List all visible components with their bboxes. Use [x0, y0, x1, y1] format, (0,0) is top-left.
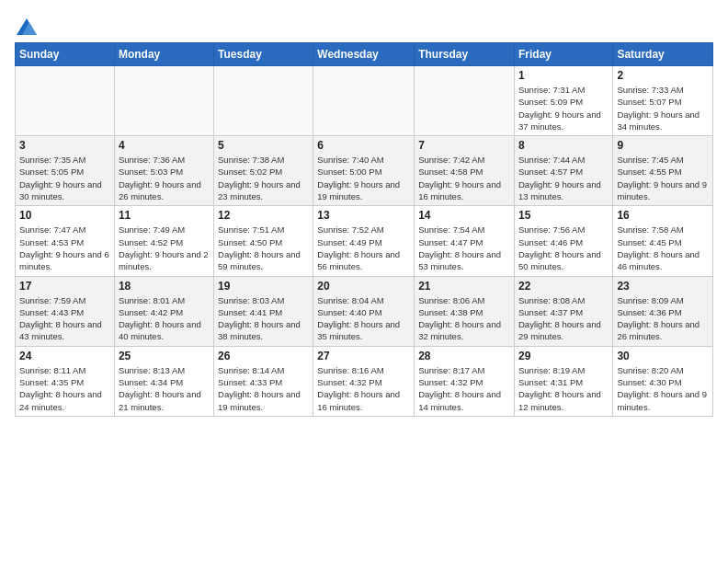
- day-number: 3: [19, 139, 110, 152]
- day-detail: Sunrise: 8:17 AM Sunset: 4:32 PM Dayligh…: [418, 364, 510, 413]
- header: [15, 15, 713, 35]
- calendar-cell: 6Sunrise: 7:40 AM Sunset: 5:00 PM Daylig…: [313, 136, 415, 206]
- day-number: 16: [617, 209, 709, 222]
- calendar-cell: 24Sunrise: 8:11 AM Sunset: 4:35 PM Dayli…: [16, 346, 115, 416]
- weekday-header-tuesday: Tuesday: [214, 43, 313, 66]
- calendar-cell: 27Sunrise: 8:16 AM Sunset: 4:32 PM Dayli…: [313, 346, 415, 416]
- calendar-cell: 20Sunrise: 8:04 AM Sunset: 4:40 PM Dayli…: [313, 276, 415, 346]
- day-detail: Sunrise: 8:09 AM Sunset: 4:36 PM Dayligh…: [617, 294, 709, 343]
- day-detail: Sunrise: 7:49 AM Sunset: 4:52 PM Dayligh…: [119, 224, 210, 272]
- day-number: 5: [218, 139, 309, 152]
- weekday-header-saturday: Saturday: [613, 43, 713, 66]
- day-detail: Sunrise: 7:35 AM Sunset: 5:05 PM Dayligh…: [19, 154, 110, 202]
- day-number: 25: [119, 350, 210, 362]
- calendar-cell: 8Sunrise: 7:44 AM Sunset: 4:57 PM Daylig…: [514, 136, 612, 206]
- day-detail: Sunrise: 8:11 AM Sunset: 4:35 PM Dayligh…: [19, 364, 110, 413]
- calendar-cell: [16, 66, 115, 136]
- day-number: 10: [19, 209, 110, 222]
- day-number: 29: [518, 350, 609, 362]
- day-detail: Sunrise: 7:38 AM Sunset: 5:02 PM Dayligh…: [218, 154, 309, 202]
- day-detail: Sunrise: 8:06 AM Sunset: 4:38 PM Dayligh…: [418, 294, 510, 343]
- day-number: 7: [418, 139, 510, 152]
- calendar-cell: [415, 66, 515, 136]
- day-detail: Sunrise: 8:01 AM Sunset: 4:42 PM Dayligh…: [119, 294, 210, 343]
- day-number: 4: [119, 139, 210, 152]
- day-number: 23: [617, 280, 709, 293]
- calendar-cell: 12Sunrise: 7:51 AM Sunset: 4:50 PM Dayli…: [214, 206, 313, 276]
- day-detail: Sunrise: 7:44 AM Sunset: 4:57 PM Dayligh…: [518, 154, 609, 202]
- day-detail: Sunrise: 7:42 AM Sunset: 4:58 PM Dayligh…: [418, 154, 510, 202]
- day-number: 8: [518, 139, 609, 152]
- day-detail: Sunrise: 7:45 AM Sunset: 4:55 PM Dayligh…: [617, 154, 709, 202]
- day-number: 17: [19, 280, 110, 293]
- weekday-header-thursday: Thursday: [415, 43, 515, 66]
- day-number: 27: [317, 350, 410, 362]
- day-detail: Sunrise: 7:36 AM Sunset: 5:03 PM Dayligh…: [119, 154, 210, 202]
- calendar-week-1: 1Sunrise: 7:31 AM Sunset: 5:09 PM Daylig…: [16, 66, 713, 136]
- calendar-cell: 5Sunrise: 7:38 AM Sunset: 5:02 PM Daylig…: [214, 136, 313, 206]
- day-detail: Sunrise: 7:58 AM Sunset: 4:45 PM Dayligh…: [617, 224, 709, 272]
- calendar-cell: [114, 66, 213, 136]
- weekday-header-friday: Friday: [514, 43, 612, 66]
- weekday-header-wednesday: Wednesday: [313, 43, 415, 66]
- calendar-week-4: 17Sunrise: 7:59 AM Sunset: 4:43 PM Dayli…: [16, 276, 713, 346]
- day-detail: Sunrise: 7:51 AM Sunset: 4:50 PM Dayligh…: [218, 224, 309, 272]
- day-detail: Sunrise: 7:31 AM Sunset: 5:09 PM Dayligh…: [518, 84, 609, 132]
- day-number: 6: [317, 139, 410, 152]
- calendar-cell: 15Sunrise: 7:56 AM Sunset: 4:46 PM Dayli…: [514, 206, 612, 276]
- day-detail: Sunrise: 8:20 AM Sunset: 4:30 PM Dayligh…: [617, 364, 709, 413]
- day-number: 12: [218, 209, 309, 222]
- day-number: 19: [218, 280, 309, 293]
- calendar-cell: 29Sunrise: 8:19 AM Sunset: 4:31 PM Dayli…: [514, 346, 612, 416]
- calendar-cell: 10Sunrise: 7:47 AM Sunset: 4:53 PM Dayli…: [16, 206, 115, 276]
- calendar-cell: 11Sunrise: 7:49 AM Sunset: 4:52 PM Dayli…: [114, 206, 213, 276]
- calendar-cell: [313, 66, 415, 136]
- calendar-table: SundayMondayTuesdayWednesdayThursdayFrid…: [15, 42, 713, 417]
- calendar-cell: 30Sunrise: 8:20 AM Sunset: 4:30 PM Dayli…: [613, 346, 713, 416]
- day-number: 2: [617, 69, 709, 82]
- day-number: 21: [418, 280, 510, 293]
- calendar-cell: 3Sunrise: 7:35 AM Sunset: 5:05 PM Daylig…: [16, 136, 115, 206]
- day-detail: Sunrise: 7:47 AM Sunset: 4:53 PM Dayligh…: [19, 224, 110, 272]
- calendar-cell: 19Sunrise: 8:03 AM Sunset: 4:41 PM Dayli…: [214, 276, 313, 346]
- calendar-cell: 18Sunrise: 8:01 AM Sunset: 4:42 PM Dayli…: [114, 276, 213, 346]
- day-detail: Sunrise: 7:54 AM Sunset: 4:47 PM Dayligh…: [418, 224, 510, 272]
- day-detail: Sunrise: 7:59 AM Sunset: 4:43 PM Dayligh…: [19, 294, 110, 343]
- calendar-cell: 7Sunrise: 7:42 AM Sunset: 4:58 PM Daylig…: [415, 136, 515, 206]
- calendar-week-2: 3Sunrise: 7:35 AM Sunset: 5:05 PM Daylig…: [16, 136, 713, 206]
- day-number: 15: [518, 209, 609, 222]
- day-detail: Sunrise: 7:33 AM Sunset: 5:07 PM Dayligh…: [617, 84, 709, 132]
- calendar-cell: 17Sunrise: 7:59 AM Sunset: 4:43 PM Dayli…: [16, 276, 115, 346]
- day-number: 22: [518, 280, 609, 293]
- calendar-cell: 26Sunrise: 8:14 AM Sunset: 4:33 PM Dayli…: [214, 346, 313, 416]
- weekday-header-sunday: Sunday: [16, 43, 115, 66]
- day-number: 13: [317, 209, 410, 222]
- day-number: 20: [317, 280, 410, 293]
- calendar-cell: 21Sunrise: 8:06 AM Sunset: 4:38 PM Dayli…: [415, 276, 515, 346]
- calendar-cell: 14Sunrise: 7:54 AM Sunset: 4:47 PM Dayli…: [415, 206, 515, 276]
- calendar-cell: 25Sunrise: 8:13 AM Sunset: 4:34 PM Dayli…: [114, 346, 213, 416]
- day-detail: Sunrise: 7:52 AM Sunset: 4:49 PM Dayligh…: [317, 224, 410, 272]
- day-number: 1: [518, 69, 609, 82]
- day-detail: Sunrise: 8:13 AM Sunset: 4:34 PM Dayligh…: [119, 364, 210, 413]
- calendar-cell: 13Sunrise: 7:52 AM Sunset: 4:49 PM Dayli…: [313, 206, 415, 276]
- weekday-header-monday: Monday: [114, 43, 213, 66]
- calendar-cell: 28Sunrise: 8:17 AM Sunset: 4:32 PM Dayli…: [415, 346, 515, 416]
- day-detail: Sunrise: 8:14 AM Sunset: 4:33 PM Dayligh…: [218, 364, 309, 413]
- calendar-week-5: 24Sunrise: 8:11 AM Sunset: 4:35 PM Dayli…: [16, 346, 713, 416]
- day-number: 14: [418, 209, 510, 222]
- calendar-cell: 22Sunrise: 8:08 AM Sunset: 4:37 PM Dayli…: [514, 276, 612, 346]
- day-number: 9: [617, 139, 709, 152]
- day-detail: Sunrise: 8:08 AM Sunset: 4:37 PM Dayligh…: [518, 294, 609, 343]
- day-number: 11: [119, 209, 210, 222]
- day-number: 26: [218, 350, 309, 362]
- page: SundayMondayTuesdayWednesdayThursdayFrid…: [0, 0, 728, 426]
- calendar-cell: 1Sunrise: 7:31 AM Sunset: 5:09 PM Daylig…: [514, 66, 612, 136]
- day-number: 24: [19, 350, 110, 362]
- calendar-header-row: SundayMondayTuesdayWednesdayThursdayFrid…: [16, 43, 713, 66]
- day-detail: Sunrise: 8:04 AM Sunset: 4:40 PM Dayligh…: [317, 294, 410, 343]
- day-number: 18: [119, 280, 210, 293]
- day-detail: Sunrise: 7:40 AM Sunset: 5:00 PM Dayligh…: [317, 154, 410, 202]
- logo-icon: [17, 18, 37, 35]
- calendar-week-3: 10Sunrise: 7:47 AM Sunset: 4:53 PM Dayli…: [16, 206, 713, 276]
